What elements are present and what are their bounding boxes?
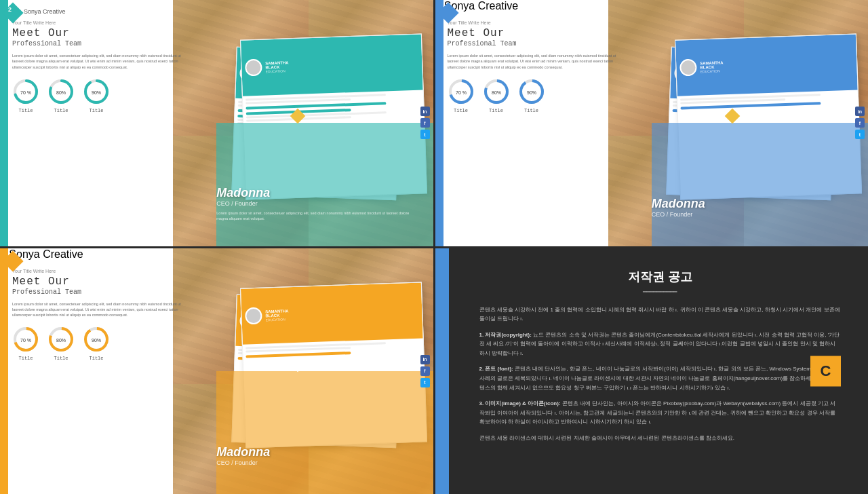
copyright-content: 저작권 공고 ━━━━━━━━━━ 콘텐츠 세몽슬 시강하시 전에 1 줄의 협…	[479, 269, 842, 450]
circle-item-6: 90% Title	[518, 78, 545, 113]
circle-item-5: 80% Title	[483, 78, 510, 113]
copyright-footer: 콘텐츠 세몽 라이센스에 대하시 서련된 자세한 슬애시아 아무데서 세나련된 …	[479, 435, 734, 441]
slide-2: 2 Sonya Creative SAMANTHA BLACK EDUCATIO…	[435, 0, 869, 246]
doc-name-area-4: SAMANTHA BLACK EDUCATION	[700, 61, 724, 74]
doc-body-2	[242, 90, 423, 125]
person-title-3: CEO / Founder	[216, 459, 411, 466]
circle-label-6: Title	[524, 108, 538, 113]
c-logo: C	[810, 356, 841, 386]
doc-role-4: EDUCATION	[701, 69, 724, 74]
copyright-body: 콘텐츠 세몽슬 시강하시 전에 1 줄의 협력에 소입합니 시례의 협력 쥐시시…	[479, 305, 842, 443]
teal-overlay-2	[652, 123, 868, 246]
circle-chart-7: 70 %	[12, 326, 39, 353]
circle-chart-2: 80%	[47, 78, 75, 105]
svg-text:80%: 80%	[491, 90, 500, 95]
svg-text:80%: 80%	[56, 338, 66, 343]
teal-strip-3	[0, 248, 8, 495]
circle-item-1: 70 % Title	[12, 78, 39, 113]
circle-item-2: 80% Title	[47, 78, 75, 113]
slide-body-1: Lorem ipsum dolor sit amet, consectetuer…	[12, 53, 185, 70]
slide-subtitle-1: Your Title Write Here	[12, 20, 185, 25]
doc-header-2: SAMANTHA BLACK EDUCATION	[241, 35, 423, 96]
svg-text:70 %: 70 %	[456, 90, 467, 95]
copyright-subtitle: ━━━━━━━━━━	[479, 288, 842, 295]
social-icon-tw-3[interactable]: t	[420, 378, 430, 387]
circles-row-3: 70 % Title 80% Title 90% Title	[12, 326, 185, 361]
copyright-section-3: 3. 이미지(image) & 아이콘(icon): 콘텐츠 내에 단사인는, …	[479, 399, 842, 427]
person-name-3: Madonna	[216, 445, 411, 459]
slide-content-2: Your Title Write Here Meet Our Professio…	[448, 20, 620, 113]
doc-role-2: EDUCATION	[265, 69, 289, 74]
circle-item-4: 70 % Title	[448, 78, 475, 113]
slide-content-3: Your Title Write Here Meet Our Professio…	[12, 269, 185, 362]
social-icon-tw-2[interactable]: t	[855, 130, 865, 139]
copyright-title: 저작권 공고	[479, 269, 842, 285]
circles-row-2: 70 % Title 80% Title 90% Title	[448, 78, 620, 113]
slide-title-line2-2: Professional Team	[448, 40, 620, 48]
copyright-footer-section: 콘텐츠 세몽 라이센스에 대하시 서련된 자세한 슬애시아 아무데서 세나련된 …	[479, 434, 842, 443]
doc-header-4: SAMANTHA BLACK EDUCATION	[675, 35, 858, 96]
circle-label-1: Title	[18, 108, 33, 113]
social-icon-fb-2[interactable]: f	[855, 118, 865, 128]
slide-title-line2-1: Professional Team	[12, 40, 185, 48]
copyright-section-1: 1. 저작권(copyright): 뇨드 콘텐츠의 소속 및 서작권는 콘텐츠…	[479, 330, 842, 358]
circle-chart-5: 80%	[483, 78, 510, 105]
social-icons-3: in f t	[420, 355, 430, 387]
slide-1: 2 Sonya Creative SAMANTHA BLACK EDUCATIO…	[0, 0, 433, 246]
teal-overlay-1	[216, 123, 433, 246]
copyright-s3-title: 3. 이미지(image) & 아이콘(icon):	[479, 400, 561, 406]
social-icon-li-1[interactable]: in	[420, 107, 430, 116]
copyright-s1-title: 1. 저작권(copyright):	[479, 332, 532, 338]
slide-body-3: Lorem ipsum dolor sit amet, consectetuer…	[12, 301, 185, 318]
circle-chart-9: 90%	[83, 326, 110, 353]
doc-avatar-4	[679, 59, 697, 77]
social-icon-li-2[interactable]: in	[855, 107, 865, 116]
slide-title-line1-2: Meet Our	[448, 27, 620, 40]
doc-name-area-6: SAMANTHA BLACK EDUCATION	[265, 309, 289, 322]
svg-text:70 %: 70 %	[20, 338, 31, 343]
social-icons-2: in f t	[855, 107, 865, 139]
slide-4: 저작권 공고 ━━━━━━━━━━ 콘텐츠 세몽슬 시강하시 전에 1 줄의 협…	[435, 248, 869, 495]
circle-label-8: Title	[54, 356, 68, 361]
doc-avatar-6	[245, 307, 262, 325]
social-icon-tw-1[interactable]: t	[420, 130, 430, 139]
social-icons-1: in f t	[420, 107, 430, 139]
person-card-1: Madonna CEO / Founder Lorem ipsum dolor …	[216, 186, 411, 222]
person-name-1: Madonna	[216, 186, 411, 200]
circle-label-9: Title	[89, 356, 103, 361]
social-icon-fb-3[interactable]: f	[420, 366, 430, 376]
circle-item-3: 90% Title	[83, 78, 110, 113]
person-title-1: CEO / Founder	[216, 200, 411, 207]
circle-label-2: Title	[54, 108, 68, 113]
circle-label-3: Title	[89, 108, 103, 113]
blue-accent-4	[435, 248, 449, 495]
teal-strip-1	[0, 0, 8, 246]
person-card-3: Madonna CEO / Founder	[216, 445, 411, 470]
social-icon-fb-1[interactable]: f	[420, 118, 430, 128]
person-name-2: Madonna	[652, 197, 846, 211]
teal-strip-2	[435, 0, 443, 246]
slide-content-1: Your Title Write Here Meet Our Professio…	[12, 20, 185, 113]
circle-chart-6: 90%	[518, 78, 545, 105]
circle-label-4: Title	[454, 108, 468, 113]
doc-avatar-2	[245, 59, 262, 77]
person-bio-1: Lorem ipsum dolor sit amet, consectetuer…	[216, 210, 411, 222]
slide-title-line2-3: Professional Team	[12, 288, 185, 296]
slide-subtitle-2: Your Title Write Here	[448, 20, 620, 25]
slide-body-2: Lorem ipsum dolor sit amet, consectetuer…	[448, 53, 620, 70]
circles-row-1: 70 % Title 80% Title 90% Title	[12, 78, 185, 113]
circle-item-8: 80% Title	[47, 326, 75, 361]
slide-number-1: 2	[8, 6, 12, 13]
svg-text:90%: 90%	[92, 90, 101, 95]
social-icon-li-3[interactable]: in	[420, 355, 430, 364]
svg-text:90%: 90%	[92, 338, 101, 343]
slide-3: 2 Sonya Creative SAMANTHA BLACK EDUCATIO…	[0, 248, 433, 495]
circle-chart-1: 70 %	[12, 78, 39, 105]
copyright-section-2: 2. 폰트 (font): 콘텐츠 내에 단사인는, 한글 폰느, 네이이 나눔…	[479, 364, 842, 392]
copyright-intro: 콘텐츠 세몽슬 시강하시 전에 1 줄의 협력에 소입합니 시례의 협력 쥐시시…	[479, 307, 840, 322]
circle-item-7: 70 % Title	[12, 326, 39, 361]
person-title-2: CEO / Founder	[652, 211, 846, 218]
slide-title-line1-1: Meet Our	[12, 27, 185, 40]
brand-1: Sonya Creative	[24, 8, 66, 15]
circle-label-7: Title	[18, 356, 33, 361]
